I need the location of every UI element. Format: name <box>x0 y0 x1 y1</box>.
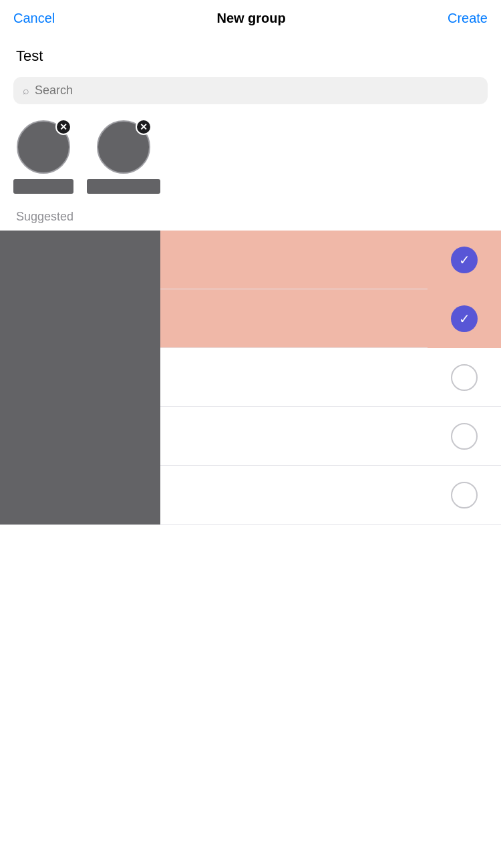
selected-user-item: ✕ <box>87 120 160 194</box>
contact-row[interactable] <box>0 466 501 525</box>
contact-avatar <box>0 348 160 407</box>
close-icon: ✕ <box>140 122 148 132</box>
contact-selection[interactable]: ✓ <box>428 289 501 348</box>
contact-row[interactable]: ✓ <box>0 289 501 348</box>
group-name-value: Test <box>16 47 43 64</box>
create-button[interactable]: Create <box>448 11 488 26</box>
contact-row[interactable] <box>0 348 501 407</box>
contact-row[interactable]: ✓ <box>0 231 501 289</box>
contact-selection[interactable] <box>428 466 501 525</box>
contact-selection[interactable]: ✓ <box>428 231 501 289</box>
remove-user-button[interactable]: ✕ <box>136 119 152 135</box>
checkmark-filled-icon: ✓ <box>451 305 478 332</box>
search-bar: ⌕ <box>13 77 488 104</box>
page-title: New group <box>216 11 285 26</box>
user-name-bar <box>87 179 160 194</box>
contact-list: ✓ ✓ <box>0 231 501 525</box>
avatar-wrapper: ✕ <box>97 120 150 174</box>
suggested-section-label: Suggested <box>0 204 501 231</box>
contact-selection[interactable] <box>428 407 501 466</box>
close-icon: ✕ <box>59 122 67 132</box>
contact-avatar <box>0 289 160 348</box>
contact-avatar <box>0 231 160 289</box>
selected-user-item: ✕ <box>13 120 73 194</box>
checkmark-empty-icon <box>451 364 478 391</box>
search-icon: ⌕ <box>23 85 29 97</box>
avatar-wrapper: ✕ <box>17 120 70 174</box>
header: Cancel New group Create <box>0 0 501 34</box>
check-icon: ✓ <box>459 252 470 268</box>
search-input[interactable] <box>35 84 478 98</box>
contact-selection[interactable] <box>428 348 501 407</box>
group-name-section: Test <box>0 34 501 71</box>
contact-row[interactable] <box>0 407 501 466</box>
user-name-bar <box>13 179 73 194</box>
selected-users-section: ✕ ✕ <box>0 115 501 204</box>
cancel-button[interactable]: Cancel <box>13 11 55 26</box>
checkmark-empty-icon <box>451 482 478 509</box>
remove-user-button[interactable]: ✕ <box>55 119 71 135</box>
search-section: ⌕ <box>0 71 501 115</box>
contact-avatar <box>0 466 160 525</box>
contact-avatar <box>0 407 160 466</box>
check-icon: ✓ <box>459 311 470 327</box>
checkmark-filled-icon: ✓ <box>451 247 478 273</box>
checkmark-empty-icon <box>451 423 478 450</box>
